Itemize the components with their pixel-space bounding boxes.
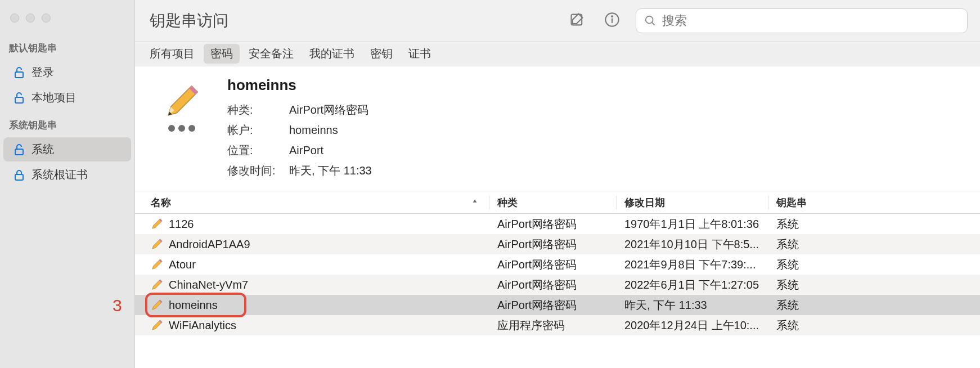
scope-all[interactable]: 所有项目 [143, 44, 201, 64]
sidebar-section-default: 默认钥匙串 [0, 34, 134, 59]
window-title: 钥匙串访问 [150, 10, 228, 32]
column-chain[interactable]: 钥匙串 [768, 196, 980, 209]
row-name: homeinns [169, 299, 218, 312]
row-date: 2022年6月1日 下午1:27:05 [617, 277, 768, 293]
window-traffic-lights [0, 8, 134, 34]
sidebar-item-system-roots[interactable]: 系统根证书 [3, 163, 131, 187]
row-name: 1126 [169, 218, 194, 231]
password-item-icon [151, 279, 163, 291]
scope-bar: 所有项目 密码 安全备注 我的证书 密钥 证书 [135, 42, 980, 66]
row-kind: AirPort网络密码 [489, 257, 617, 272]
row-kind: 应用程序密码 [489, 318, 617, 333]
scope-keys[interactable]: 密钥 [363, 44, 399, 64]
row-chain: 系统 [768, 277, 980, 293]
detail-icon [151, 77, 213, 181]
row-kind: AirPort网络密码 [489, 298, 617, 313]
password-item-icon [151, 238, 163, 250]
search-icon [644, 15, 657, 27]
row-date: 2021年10月10日 下午8:5... [617, 237, 768, 252]
svg-point-7 [612, 16, 613, 17]
detail-account-value: homeinns [289, 120, 338, 140]
svg-point-8 [646, 16, 653, 23]
sidebar-item-local[interactable]: 本地项目 [3, 86, 131, 110]
detail-modified-value: 昨天, 下午 11:33 [289, 160, 372, 181]
sidebar-item-system[interactable]: 系统 [3, 137, 131, 161]
detail-title: homeinns [227, 77, 372, 94]
unlock-icon [12, 91, 26, 105]
svg-rect-0 [15, 72, 23, 78]
column-kind[interactable]: 种类 [489, 196, 617, 209]
svg-rect-1 [15, 97, 23, 103]
password-item-icon [151, 319, 163, 331]
column-date[interactable]: 修改日期 [617, 196, 768, 209]
main-content: 钥匙串访问 所有项目 密码 安全备注 我的证书 密钥 证书 [135, 0, 980, 368]
table-row[interactable]: 1126 AirPort网络密码 1970年1月1日 上午8:01:36 系统 [135, 214, 980, 234]
table-row[interactable]: ChinaNet-yVm7 AirPort网络密码 2022年6月1日 下午1:… [135, 275, 980, 295]
minimize-window-icon[interactable] [26, 14, 35, 23]
row-kind: AirPort网络密码 [489, 217, 617, 232]
row-name: Atour [169, 258, 196, 271]
sidebar-section-system: 系统钥匙串 [0, 111, 134, 136]
unlock-icon [12, 66, 26, 79]
row-date: 昨天, 下午 11:33 [617, 298, 768, 313]
scope-notes[interactable]: 安全备注 [242, 44, 300, 64]
sort-ascending-icon [471, 196, 479, 208]
row-name: AndroidAP1AA9 [169, 238, 250, 251]
detail-kind-label: 种类: [227, 100, 289, 120]
table-header: 名称 种类 修改日期 钥匙串 [135, 191, 980, 214]
sidebar-item-label: 登录 [32, 65, 54, 80]
svg-rect-2 [15, 149, 23, 155]
row-name: ChinaNet-yVm7 [169, 279, 248, 291]
detail-where-value: AirPort [289, 140, 323, 160]
row-chain: 系统 [768, 257, 980, 272]
detail-account-label: 帐户: [227, 120, 289, 140]
detail-kind-value: AirPort网络密码 [289, 100, 368, 120]
table-row[interactable]: homeinns AirPort网络密码 昨天, 下午 11:33 系统 [135, 295, 980, 315]
row-date: 1970年1月1日 上午8:01:36 [617, 217, 768, 232]
sidebar-item-label: 系统 [32, 142, 54, 157]
row-chain: 系统 [768, 217, 980, 232]
pencil-icon [162, 82, 201, 122]
info-icon[interactable] [604, 12, 620, 30]
row-date: 2020年12月24日 上午10:... [617, 318, 768, 333]
row-kind: AirPort网络密码 [489, 277, 617, 293]
row-chain: 系统 [768, 318, 980, 333]
password-item-icon [151, 218, 163, 230]
scope-passwords[interactable]: 密码 [204, 44, 240, 64]
password-dots-icon [168, 125, 195, 132]
close-window-icon[interactable] [10, 14, 19, 23]
lock-icon [12, 168, 26, 182]
search-field[interactable] [636, 8, 968, 33]
row-kind: AirPort网络密码 [489, 237, 617, 252]
password-item-icon [151, 299, 163, 311]
zoom-window-icon[interactable] [42, 14, 51, 23]
sidebar-item-label: 本地项目 [32, 90, 77, 105]
sidebar-item-login[interactable]: 登录 [3, 60, 131, 84]
scope-certs[interactable]: 证书 [402, 44, 438, 64]
column-name[interactable]: 名称 [135, 196, 489, 209]
row-date: 2021年9月8日 下午7:39:... [617, 257, 768, 272]
detail-pane: homeinns 种类:AirPort网络密码 帐户:homeinns 位置:A… [135, 66, 980, 191]
compose-icon[interactable] [569, 12, 585, 30]
search-input[interactable] [662, 14, 959, 28]
row-chain: 系统 [768, 237, 980, 252]
row-name: WiFiAnalytics [169, 319, 236, 332]
sidebar-item-label: 系统根证书 [32, 167, 88, 182]
titlebar: 钥匙串访问 [135, 0, 980, 42]
table-row[interactable]: AndroidAP1AA9 AirPort网络密码 2021年10月10日 下午… [135, 234, 980, 254]
password-item-icon [151, 258, 163, 271]
scope-mycerts[interactable]: 我的证书 [303, 44, 361, 64]
svg-line-9 [652, 22, 655, 25]
unlock-icon [12, 143, 26, 156]
table-body: 1126 AirPort网络密码 1970年1月1日 上午8:01:36 系统 … [135, 214, 980, 335]
svg-rect-3 [15, 174, 23, 180]
table-row[interactable]: Atour AirPort网络密码 2021年9月8日 下午7:39:... 系… [135, 254, 980, 275]
row-chain: 系统 [768, 298, 980, 313]
detail-where-label: 位置: [227, 140, 289, 160]
table-row[interactable]: WiFiAnalytics 应用程序密码 2020年12月24日 上午10:..… [135, 315, 980, 335]
detail-modified-label: 修改时间: [227, 160, 289, 181]
annotation-label: 3 [113, 296, 122, 315]
